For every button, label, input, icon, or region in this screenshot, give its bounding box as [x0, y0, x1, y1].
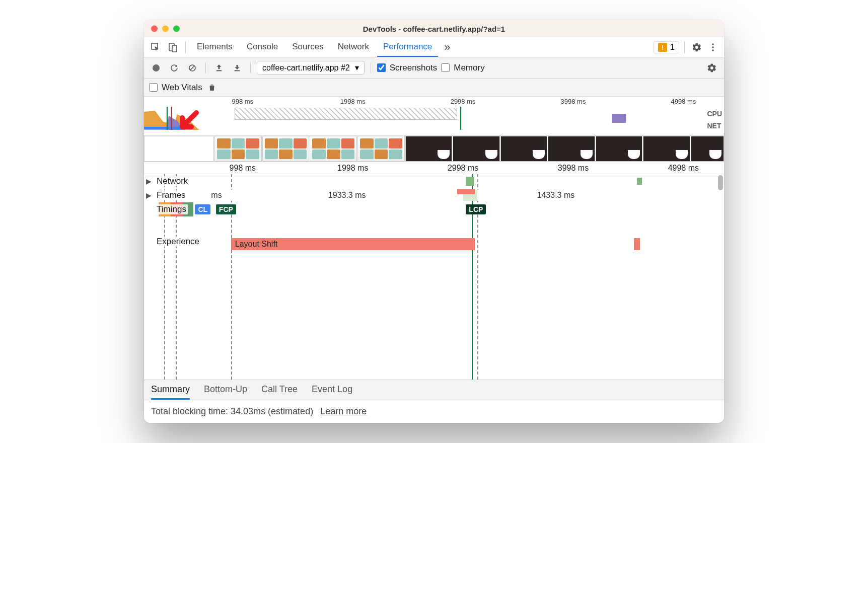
performance-toolbar-row2: Web Vitals — [144, 79, 724, 97]
filmstrip-frame[interactable] — [596, 136, 643, 162]
track-frames[interactable]: ▶ Frames ms 1933.3 ms 1433.3 ms — [144, 188, 724, 202]
experience-track-label: Experience — [155, 237, 201, 247]
filmstrip-frame[interactable] — [548, 136, 595, 162]
layout-shift-bar[interactable] — [457, 189, 475, 194]
overview-tick: 3998 ms — [561, 98, 586, 105]
more-tabs-icon[interactable]: » — [440, 41, 454, 54]
tab-sources[interactable]: Sources — [286, 37, 329, 57]
panel-tab-strip: Elements Console Sources Network Perform… — [144, 37, 724, 57]
network-request-bar[interactable] — [466, 177, 474, 186]
zoom-window-icon[interactable] — [173, 26, 180, 32]
window-traffic-lights[interactable] — [151, 26, 180, 32]
inspect-element-icon[interactable] — [148, 40, 163, 55]
capture-settings-icon[interactable] — [705, 61, 719, 75]
tab-network[interactable]: Network — [332, 37, 375, 57]
checkbox-web-vitals[interactable]: Web Vitals — [149, 83, 202, 93]
detail-tab-strip: Summary Bottom-Up Call Tree Event Log — [144, 380, 724, 400]
upload-icon[interactable] — [212, 61, 226, 75]
network-track-label: Network — [155, 176, 189, 186]
screenshots-label: Screenshots — [390, 63, 438, 73]
svg-point-6 — [712, 46, 714, 48]
issues-icon — [658, 43, 667, 52]
filmstrip-frame[interactable] — [691, 136, 724, 162]
overview-tick: 4998 ms — [671, 98, 696, 105]
layout-shift-bar[interactable]: Layout Shift — [231, 238, 475, 250]
clear-icon[interactable] — [185, 61, 199, 75]
layout-shift-bar[interactable] — [634, 238, 640, 250]
timeline-ruler[interactable]: 998 ms 1998 ms 2998 ms 3998 ms 4998 ms — [144, 162, 724, 174]
web-vitals-label: Web Vitals — [162, 83, 202, 93]
badge-fcp[interactable]: FCP — [216, 204, 236, 214]
svg-rect-12 — [235, 70, 240, 71]
filmstrip-frame[interactable] — [453, 136, 500, 162]
screenshots-checkbox-input[interactable] — [377, 63, 386, 72]
svg-rect-11 — [216, 70, 222, 71]
svg-rect-3 — [662, 45, 663, 48]
recording-name: coffee-cart.netlify.app #2 — [262, 63, 350, 72]
frame-segment[interactable]: 1433.3 ms — [477, 190, 634, 201]
tab-elements[interactable]: Elements — [191, 37, 239, 57]
net-track-label: NET — [707, 122, 722, 130]
svg-rect-4 — [662, 48, 663, 49]
filmstrip-frame[interactable] — [643, 136, 690, 162]
badge-cls[interactable]: CL — [195, 204, 210, 214]
divider — [205, 62, 206, 73]
filmstrip-frame[interactable] — [500, 136, 548, 162]
window-title: DevTools - coffee-cart.netlify.app/?ad=1 — [363, 25, 505, 33]
devtools-window: DevTools - coffee-cart.netlify.app/?ad=1… — [144, 20, 724, 423]
memory-checkbox-input[interactable] — [441, 63, 450, 72]
checkbox-screenshots[interactable]: Screenshots — [377, 63, 438, 73]
record-button-icon[interactable] — [149, 61, 163, 75]
filmstrip-frame[interactable] — [405, 136, 453, 162]
web-vitals-checkbox-input[interactable] — [149, 83, 158, 92]
scroll-thumb[interactable] — [718, 175, 723, 190]
svg-line-10 — [190, 65, 195, 70]
overview-minimap[interactable]: 998 ms 1998 ms 2998 ms 3998 ms 4998 ms C… — [144, 97, 724, 136]
divider — [250, 62, 251, 73]
trash-icon[interactable] — [207, 83, 216, 92]
settings-icon[interactable] — [690, 40, 704, 54]
track-experience[interactable]: Experience Layout Shift — [144, 237, 724, 252]
chevron-down-icon: ▾ — [355, 63, 359, 72]
checkbox-memory[interactable]: Memory — [441, 63, 484, 73]
ruler-tick: 3998 ms — [558, 164, 589, 173]
track-timings[interactable]: Timings CL FCP LCP — [144, 202, 724, 216]
track-network[interactable]: ▶ Network — [144, 174, 724, 188]
svg-point-7 — [712, 49, 714, 51]
filmstrip-frame[interactable] — [357, 136, 405, 162]
filmstrip-frame[interactable] — [214, 136, 262, 162]
issues-count: 1 — [670, 43, 675, 52]
network-request-bar[interactable] — [637, 178, 642, 185]
filmstrip-frame[interactable] — [144, 136, 214, 162]
device-toggle-icon[interactable] — [165, 40, 180, 55]
download-icon[interactable] — [230, 61, 244, 75]
dtab-call-tree[interactable]: Call Tree — [261, 380, 298, 400]
performance-toolbar: coffee-cart.netlify.app #2 ▾ Screenshots… — [144, 57, 724, 79]
filmstrip-frame[interactable] — [262, 136, 310, 162]
dtab-summary[interactable]: Summary — [151, 380, 190, 400]
reload-record-icon[interactable] — [167, 61, 181, 75]
overview-tick: 2998 ms — [451, 98, 476, 105]
badge-lcp[interactable]: LCP — [466, 204, 486, 214]
ruler-tick: 4998 ms — [668, 164, 699, 173]
disclosure-triangle-icon[interactable]: ▶ — [146, 177, 152, 185]
issues-counter[interactable]: 1 — [654, 41, 679, 53]
screenshot-filmstrip[interactable] — [144, 136, 724, 162]
learn-more-link[interactable]: Learn more — [320, 406, 367, 417]
tab-performance[interactable]: Performance — [377, 37, 438, 57]
filmstrip-frame[interactable] — [310, 136, 357, 162]
overview-tick: 1998 ms — [340, 98, 366, 105]
flamechart-area[interactable]: ▶ Network ▶ Frames ms 1933.3 ms 1433.3 m… — [144, 174, 724, 380]
close-window-icon[interactable] — [151, 26, 158, 32]
vertical-scrollbar[interactable] — [717, 174, 723, 380]
recording-selector[interactable]: coffee-cart.netlify.app #2 ▾ — [257, 61, 365, 75]
kebab-menu-icon[interactable] — [706, 40, 720, 54]
disclosure-triangle-icon[interactable]: ▶ — [146, 191, 152, 199]
dtab-event-log[interactable]: Event Log — [312, 380, 352, 400]
svg-point-5 — [712, 43, 714, 45]
dtab-bottom-up[interactable]: Bottom-Up — [204, 380, 247, 400]
minimize-window-icon[interactable] — [162, 26, 169, 32]
tab-console[interactable]: Console — [241, 37, 284, 57]
frame-segment[interactable]: 1933.3 ms — [231, 190, 463, 201]
frame-segment[interactable]: ms — [202, 190, 231, 201]
